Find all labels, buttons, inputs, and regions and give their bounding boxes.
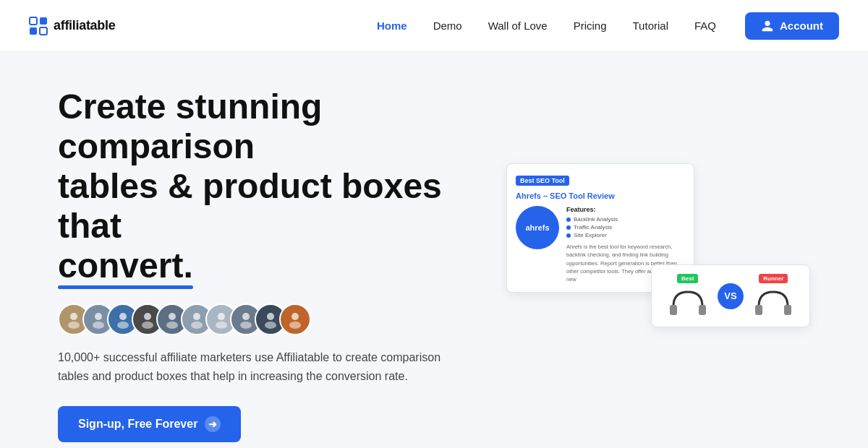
svg-point-7	[93, 322, 104, 329]
svg-point-16	[218, 313, 225, 320]
nav-links: Home Demo Wall of Love Pricing Tutorial …	[377, 20, 716, 33]
vs-product1-badge: Best	[677, 274, 698, 283]
svg-point-8	[119, 313, 127, 320]
vs-product-1: Best	[666, 274, 710, 318]
avatar-face-icon	[64, 309, 84, 329]
svg-point-21	[265, 322, 276, 329]
vs-product2-badge: Runner	[759, 274, 788, 283]
avatar-face-icon	[137, 309, 158, 329]
avatar-face-icon	[88, 309, 109, 329]
account-label: Account	[780, 20, 823, 32]
svg-rect-27	[784, 305, 791, 315]
hero-title-line2: tables & product boxes that	[58, 167, 442, 245]
svg-point-18	[242, 313, 250, 320]
feature-text: Traffic Analysis	[574, 224, 612, 231]
svg-point-5	[68, 322, 80, 329]
vs-product-2: Runner	[752, 274, 795, 318]
svg-rect-1	[30, 27, 37, 35]
account-button[interactable]: Account	[745, 12, 839, 40]
feature-item: Traffic Analysis	[566, 224, 685, 231]
avatar-face-icon	[211, 309, 231, 329]
nav-item-demo[interactable]: Demo	[433, 20, 462, 33]
hero-left: Create stunning comparison tables & prod…	[58, 87, 463, 443]
svg-point-10	[144, 313, 151, 320]
avatar-group	[58, 303, 463, 335]
hero-description: 10,000+ successful affiliate marketers u…	[58, 348, 448, 387]
nav-link-demo[interactable]: Demo	[433, 20, 462, 32]
ahrefs-logo-text: ahrefs	[525, 223, 549, 232]
avatar-face-icon	[236, 309, 256, 329]
headphone-icon-1	[666, 286, 710, 318]
svg-point-22	[292, 313, 299, 320]
grid-icon	[29, 17, 48, 35]
svg-rect-26	[755, 305, 762, 315]
headphone-icon-2	[752, 286, 795, 318]
vs-label: VS	[718, 283, 744, 309]
nav-link-pricing[interactable]: Pricing	[574, 20, 607, 32]
svg-point-4	[70, 313, 77, 320]
nav-link-wall-of-love[interactable]: Wall of Love	[488, 20, 548, 32]
review-title: Ahrefs – SEO Tool Review	[516, 191, 685, 200]
hero-right: Best SEO Tool Ahrefs – SEO Tool Review a…	[506, 149, 810, 380]
nav-item-wall-of-love[interactable]: Wall of Love	[488, 20, 548, 33]
user-icon	[761, 20, 774, 33]
feature-text: Backlink Analysis	[574, 216, 618, 223]
avatar-face-icon	[285, 309, 305, 329]
svg-rect-24	[670, 305, 677, 315]
feature-item: Backlink Analysis	[566, 216, 685, 223]
signup-label: Sign-up, Free Forever	[78, 418, 197, 431]
svg-point-23	[289, 322, 301, 329]
svg-point-12	[169, 313, 176, 320]
nav-link-faq[interactable]: FAQ	[694, 20, 716, 32]
nav-item-home[interactable]: Home	[377, 20, 407, 33]
feature-dot-icon	[566, 217, 571, 222]
svg-point-17	[216, 322, 227, 329]
navbar: affiliatable Home Demo Wall of Love Pric…	[0, 0, 868, 52]
nav-link-home[interactable]: Home	[377, 20, 407, 32]
hero-title: Create stunning comparison tables & prod…	[58, 87, 463, 286]
avatar	[279, 303, 311, 335]
svg-point-9	[117, 322, 129, 329]
nav-item-pricing[interactable]: Pricing	[574, 20, 607, 33]
hero-title-line3: convert.	[58, 246, 193, 285]
signup-button[interactable]: Sign-up, Free Forever ➜	[58, 406, 241, 442]
svg-point-13	[166, 322, 178, 329]
svg-rect-0	[30, 17, 37, 25]
feature-dot-icon	[566, 225, 571, 230]
svg-rect-2	[40, 17, 47, 25]
avatar-face-icon	[162, 309, 182, 329]
nav-item-faq[interactable]: FAQ	[694, 20, 716, 33]
arrow-icon: ➜	[205, 416, 221, 432]
svg-point-14	[193, 313, 200, 320]
nav-item-tutorial[interactable]: Tutorial	[633, 20, 668, 33]
avatar-face-icon	[260, 309, 281, 329]
nav-link-tutorial[interactable]: Tutorial	[633, 20, 668, 32]
feature-dot-icon	[566, 233, 571, 238]
svg-rect-3	[40, 27, 47, 35]
svg-point-15	[191, 322, 203, 329]
svg-point-19	[240, 322, 252, 329]
review-badge: Best SEO Tool	[516, 176, 569, 186]
avatar-face-icon	[187, 309, 207, 329]
features-label: Features:	[566, 206, 685, 213]
feature-text: Site Explorer	[574, 232, 607, 238]
logo[interactable]: affiliatable	[29, 17, 115, 35]
feature-item: Site Explorer	[566, 232, 685, 238]
ahrefs-logo: ahrefs	[516, 206, 559, 249]
svg-point-11	[142, 322, 153, 329]
brand-name: affiliatable	[54, 18, 115, 33]
svg-point-6	[95, 313, 102, 320]
svg-point-20	[267, 313, 274, 320]
vs-card: Best VS Runner	[651, 264, 810, 327]
hero-section: Create stunning comparison tables & prod…	[0, 52, 868, 448]
avatar-face-icon	[113, 309, 133, 329]
svg-rect-25	[699, 305, 706, 315]
hero-title-line1: Create stunning comparison	[58, 87, 322, 165]
